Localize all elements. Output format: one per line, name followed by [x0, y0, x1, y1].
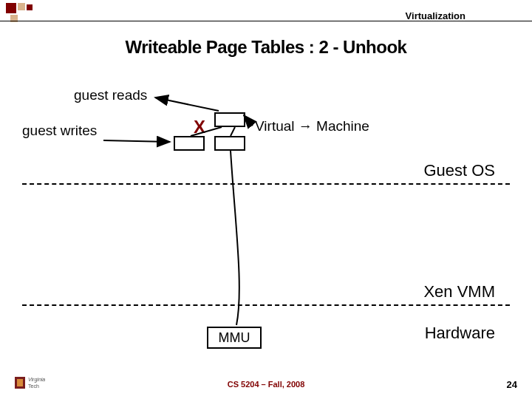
svg-line-0 [103, 140, 170, 142]
label-virtual-machine: Virtual → Machine [255, 118, 369, 134]
svg-line-4 [231, 127, 235, 136]
x-mark: X [194, 117, 205, 137]
pt-box-left [174, 136, 205, 151]
svg-line-1 [155, 98, 219, 111]
pt-box-top [214, 112, 245, 127]
header-decor [6, 3, 50, 25]
page-number: 24 [507, 379, 517, 390]
header-section: Virtualization [406, 10, 466, 21]
layer-guest-os: Guest OS [423, 161, 495, 180]
mmu-box: MMU [207, 327, 262, 349]
layer-hardware: Hardware [425, 324, 495, 343]
label-guest-writes: guest writes [22, 123, 97, 139]
separator-vmm-hw [22, 304, 510, 306]
label-guest-reads: guest reads [74, 87, 147, 103]
footer-course: CS 5204 – Fall, 2008 [0, 380, 532, 389]
layer-xen-vmm: Xen VMM [423, 282, 495, 301]
slide-title: Writeable Page Tables : 2 - Unhook [0, 37, 532, 58]
separator-guest-vmm [22, 183, 510, 185]
pt-box-right [214, 136, 245, 151]
mmu-label: MMU [219, 330, 250, 345]
